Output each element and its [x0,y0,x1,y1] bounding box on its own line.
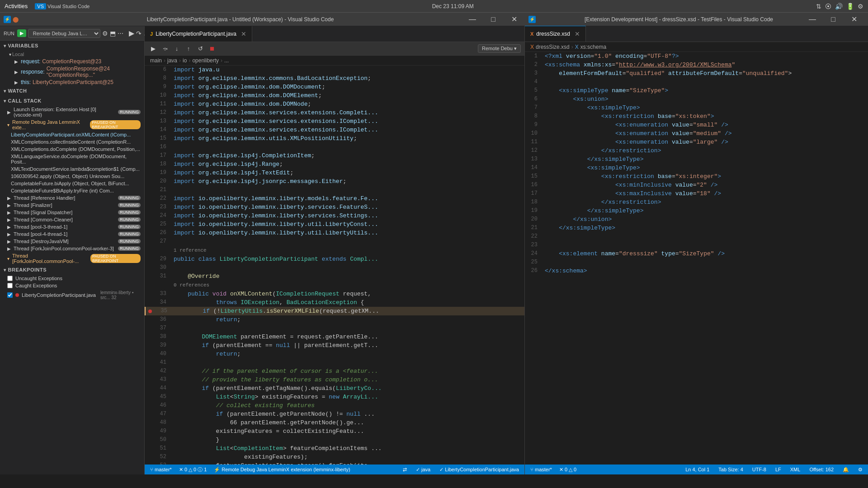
network-icon[interactable]: ⇅ [816,3,821,10]
maximize-button[interactable]: □ [483,13,504,26]
xml-line-16: 16 <xs:minInclusive value="2" /> [525,181,868,189]
settings-debug-icon[interactable]: ⚙ [102,30,108,37]
thread-pool4[interactable]: ▶ Thread [pool-4-thread-1] RUNNING [0,230,144,238]
bc-ellipsis[interactable]: ... [224,57,229,64]
step-into-editor-icon[interactable]: ↓ [172,44,182,54]
xml-bell-icon[interactable]: 🔔 [841,467,851,473]
thread-pool3[interactable]: ▶ Thread [pool-3-thread-1] RUNNING [0,223,144,230]
thread-destroyjvm[interactable]: ▶ Thread [DestroyJavaVM] RUNNING [0,238,144,245]
stack-frame-4[interactable]: XMLTextDocumentService.lambda$completion… [0,165,144,173]
thread-launch-ext[interactable]: ▶ Launch Extension: Extension Host [0] (… [0,106,144,118]
xml-code-editor[interactable]: 1 <?xml version="1.0" encoding="UTF-8"?>… [525,52,868,465]
xml-offset[interactable]: Offset: 162 [807,467,835,472]
thread-finalizer[interactable]: ▶ Thread [Finalizer] RUNNING [0,202,144,209]
xml-window-title: [Extension Development Host] - dressSize… [556,16,802,23]
xml-encoding[interactable]: UTF-8 [750,467,768,472]
file-status[interactable]: ✓ LibertyCompletionParticipant.java [438,467,521,473]
step-over-editor-icon[interactable]: ⤼ [160,44,170,54]
thread-forkjoin-worker3[interactable]: ▶ Thread [ForkJoinPool.commonPool-worker… [0,245,144,252]
restart-editor-icon[interactable]: ↺ [195,44,205,54]
settings-icon[interactable]: ⚙ [858,3,863,10]
bluetooth-icon[interactable]: ⦿ [825,3,831,10]
xml-close-button[interactable]: ✕ [844,13,864,26]
bc-io[interactable]: io [183,57,187,64]
xml-bc-file[interactable]: dressSize.xsd [536,44,570,50]
watch-header[interactable]: ▾ Watch [0,86,144,96]
bp-uncaught-checkbox[interactable] [7,276,13,281]
lang-status[interactable]: ✓ java [414,467,432,473]
bc-openliberty[interactable]: openliberty [192,57,219,64]
callstack-header[interactable]: ▾ Call Stack [0,96,144,106]
xml-ln-col[interactable]: Ln 4, Col 1 [684,467,711,472]
xml-eol[interactable]: LF [774,467,783,472]
xml-bc-schema[interactable]: xs:schema [580,44,606,50]
var-request[interactable]: ▶ request: CompletionRequest@23 [0,58,144,65]
step-out-editor-icon[interactable]: ↑ [184,44,193,54]
xml-maximize-button[interactable]: □ [823,13,844,26]
stack-frame-6[interactable]: CompletableFuture.biApply (Object, Objec… [0,180,144,187]
var-this[interactable]: ▶ this: LibertyCompletionParticipant@25 [0,79,144,86]
thread-ref-handler[interactable]: ▶ Thread [Reference Handler] RUNNING [0,194,144,202]
thread-forkjoin-paused[interactable]: ▾ Thread [ForkJoinPool.commonPool-... PA… [0,252,144,265]
debug-config-select[interactable]: Remote Debug Java LemminX exten... [28,29,100,38]
step-over-icon[interactable]: ↷ [136,30,142,37]
xml-errors[interactable]: ✕ 0 △ 0 [557,467,578,473]
java-code-editor[interactable]: 6 import java.u 8 import org.eclipse.lem… [145,66,524,465]
save-debug-icon[interactable]: ⬒ [110,30,116,37]
xml-lang[interactable]: XML [788,467,802,472]
local-scope-header[interactable]: ▾ Local [0,51,144,58]
code-line-41: 41 [145,358,524,367]
xml-warning-icon: △ [569,467,572,473]
stack-frame-7[interactable]: CompletableFuture$BiApply.tryFire (int) … [0,187,144,194]
xml-tab-size[interactable]: Tab Size: 4 [717,467,745,472]
vscode-taskbar-icon[interactable]: VS Visual Studio Code [35,4,90,9]
variables-header[interactable]: ▾ Variables [0,41,144,51]
close-button[interactable]: ✕ [504,13,524,26]
battery-icon[interactable]: 🔋 [846,3,854,10]
stack-frame-2[interactable]: XMLCompletions.doComplete (DOMDocument, … [0,145,144,153]
stack-frame-3[interactable]: XMLLanguageService.doComplete (DOMDocume… [0,153,144,165]
activities-label[interactable]: Activities [5,3,28,9]
remote-debug-status[interactable]: Remote Debu ▾ [478,44,521,53]
run-debug-button[interactable]: ▶ [17,29,26,37]
code-line-34: 34 throws IOException, BadLocationExcept… [145,298,524,307]
stack-frame-1[interactable]: XMLCompletions.collectInsideContent (Com… [0,138,144,145]
stop-editor-icon[interactable]: ⏹ [207,44,217,54]
sync-icon-status[interactable]: ⇄ [401,467,409,473]
xml-tab-close-icon[interactable]: ✕ [575,30,580,38]
continue-icon[interactable]: ▶ [129,29,134,38]
xml-line-21: 21 </xs:simpleType> [525,224,868,232]
breakpoints-header[interactable]: ▾ Breakpoints [0,265,144,275]
bp-liberty-checkbox[interactable] [7,292,13,298]
more-debug-icon[interactable]: ··· [118,29,123,38]
bp-caught-checkbox[interactable] [7,283,13,288]
stack-frame-0[interactable]: LibertyCompletionParticipant.onXMLConten… [0,131,144,138]
xml-line-2: 2 <xs:schema xmlns:xs="http://www.w3.org… [525,61,868,69]
stack-frame-5[interactable]: 1060309542.apply (Object, Object) Unknow… [0,173,144,180]
xml-git-branch[interactable]: ⑂ master* [528,467,554,472]
continue-editor-icon[interactable]: ▶ [148,44,158,54]
tab-close-icon[interactable]: ✕ [241,30,246,38]
sound-icon[interactable]: 🔊 [835,3,843,10]
thread-remote-debug[interactable]: ▾ Remote Debug Java LemminX exte... PAUS… [0,118,144,131]
thread-common-cleaner[interactable]: ▶ Thread [Common-Cleaner] RUNNING [0,216,144,223]
xml-minimize-button[interactable]: — [802,13,823,26]
git-branch[interactable]: ⑂ master* [148,467,174,472]
bc-java[interactable]: java [167,57,177,64]
debug-ext-status[interactable]: ⚡ Remote Debug Java LemminX extension (l… [212,467,352,473]
bp-liberty-file[interactable]: LibertyCompletionParticipant.java lemmin… [0,289,144,301]
code-line-10: 10 import org.eclipse.lemminx.dom.DOMEle… [145,91,524,100]
xml-line-26: 26 </xs:schema> [525,267,868,275]
code-line-18: 18 import org.eclipse.lsp4j.Range; [145,160,524,169]
bc-main[interactable]: main [150,57,162,64]
thread-signal-disp[interactable]: ▶ Thread [Signal Dispatcher] RUNNING [0,209,144,216]
breakpoint-dot [148,310,152,313]
xml-settings-icon[interactable]: ⚙ [856,467,864,473]
bp-uncaught-exceptions[interactable]: Uncaught Exceptions [0,275,144,282]
bp-caught-exceptions[interactable]: Caught Exceptions [0,282,144,289]
minimize-button[interactable]: — [462,13,483,26]
var-response[interactable]: ▶ response: CompletionResponse@24 "Compl… [0,65,144,79]
errors-status[interactable]: ✕ 0 △ 0 ⓘ 1 [177,466,208,473]
code-tab-active[interactable]: J LibertyCompletionParticipant.java ✕ [145,26,252,42]
xml-tab-active[interactable]: X dressSize.xsd ✕ [525,26,586,42]
